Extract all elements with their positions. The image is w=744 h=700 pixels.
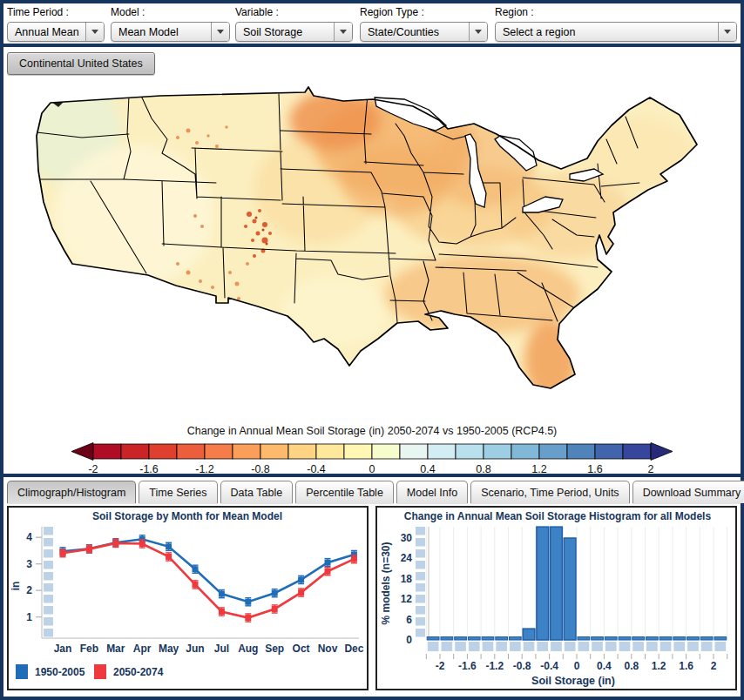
tab-time-series[interactable]: Time Series [139, 481, 217, 503]
x-tick-label: Feb [80, 643, 98, 655]
bin-base [510, 642, 521, 651]
histogram-bar-zero [455, 637, 467, 641]
y-tick-label: 0 [406, 634, 412, 646]
x-tick-label: 1.2 [652, 660, 666, 672]
histogram-bar-zero [700, 637, 713, 641]
tab-percentile-table[interactable]: Percentile Table [295, 481, 394, 503]
dropdown-value: Annual Mean [8, 26, 85, 38]
chevron-down-icon[interactable] [334, 23, 352, 41]
y-tick-label: 2 [26, 584, 32, 596]
x-tick-label: Jun [186, 643, 204, 655]
histogram-bar-zero [482, 637, 494, 641]
axis-band [416, 549, 425, 558]
tab-model-info[interactable]: Model Info [396, 481, 468, 503]
dropdown-value: Mean Model [112, 26, 211, 38]
x-tick-label: -2 [436, 660, 445, 672]
data-marker [193, 566, 199, 572]
histogram-bar-zero [687, 637, 700, 641]
dropdown[interactable]: Mean Model [111, 22, 230, 42]
data-marker [298, 576, 304, 582]
chevron-down-icon[interactable] [85, 23, 104, 41]
histogram-bar [537, 527, 549, 640]
bin-base [469, 642, 480, 651]
x-tick-label: -1.2 [485, 660, 504, 672]
data-marker [325, 569, 331, 575]
x-tick-label: Dec [344, 643, 363, 655]
legend-swatch [94, 664, 106, 679]
data-marker [245, 615, 251, 621]
colorbar-segment [93, 444, 121, 459]
colorbar-tick-label: 0 [369, 463, 375, 475]
climograph-chart: Soil Storage by Month for Mean Model1234… [7, 506, 369, 690]
bin-base [605, 642, 617, 651]
colorbar-segment [567, 444, 595, 459]
colorbar-segment [595, 444, 623, 459]
legend-swatch [16, 664, 28, 679]
tab-data-table[interactable]: Data Table [220, 481, 294, 503]
colorbar-segment [372, 444, 400, 459]
histogram-bar-zero [632, 637, 645, 641]
bin-base [660, 642, 672, 651]
x-tick-label: 0 [574, 660, 580, 672]
map-panel: Continental United States [3, 47, 741, 474]
colorbar-segment [428, 444, 456, 459]
histogram-bar-zero [605, 637, 617, 641]
colorbar-segment [456, 444, 484, 459]
dropdown[interactable]: Select a region [495, 22, 737, 42]
chevron-down-icon[interactable] [469, 23, 487, 41]
dropdown-label: Variable : [235, 6, 353, 18]
colorbar-segment [121, 444, 149, 459]
bin-base [565, 642, 576, 651]
colorbar-tick-label: 0.8 [476, 463, 490, 475]
x-tick-label: Jan [54, 643, 72, 655]
axis-band [44, 583, 53, 592]
x-tick-label: Apr [133, 643, 152, 655]
region-button[interactable]: Continental United States [7, 52, 155, 75]
y-tick-label: 4 [26, 531, 32, 543]
chevron-down-icon[interactable] [718, 23, 736, 41]
toolbar-panel: Time Period : Annual Mean Model : Mean M… [3, 3, 741, 44]
data-marker [325, 560, 331, 566]
axis-band [416, 572, 425, 581]
dropdown[interactable]: Soil Storage [235, 22, 353, 42]
tab-climograph-histogram[interactable]: Climograph/Histogram [7, 481, 136, 503]
toolbar-field-1: Model : Mean Model [111, 6, 230, 42]
bin-base [632, 642, 644, 651]
dropdown-value: State/Counties [361, 26, 469, 38]
axis-band [44, 538, 53, 547]
axis-band [416, 595, 425, 603]
axis-band [44, 629, 53, 637]
dropdown-value: Soil Storage [236, 26, 334, 38]
y-tick-label: 6 [406, 614, 412, 626]
x-tick-label: Jul [214, 643, 229, 655]
data-marker [245, 599, 251, 605]
colorbar-tick-label: -1.2 [195, 463, 214, 475]
chevron-down-icon[interactable] [211, 23, 229, 41]
dropdown[interactable]: Annual Mean [7, 22, 105, 42]
toolbar-field-0: Time Period : Annual Mean [7, 6, 105, 42]
dropdown-label: Region Type : [360, 6, 488, 18]
axis-band [44, 549, 53, 558]
x-tick-label: May [159, 643, 179, 655]
y-axis-label: % models (n=30) [380, 542, 392, 624]
tab-download-summary[interactable]: Download Summary [632, 481, 744, 503]
x-tick-label: 0.4 [597, 660, 612, 672]
axis-band [416, 606, 425, 615]
bin-base [646, 642, 658, 651]
colorbar-segment [400, 444, 428, 459]
axis-band [416, 538, 425, 547]
tab-scenario-time-period-units[interactable]: Scenario, Time Period, Units [470, 481, 629, 503]
histogram-bar-zero [427, 637, 439, 641]
x-tick-label: 0.8 [624, 660, 639, 672]
series-line [63, 539, 354, 602]
colorbar-tick-label: -0.4 [307, 463, 326, 475]
legend-label: 1950-2005 [35, 666, 85, 678]
colorbar-segment [344, 444, 372, 459]
dropdown[interactable]: State/Counties [360, 22, 488, 42]
data-marker [219, 591, 225, 597]
axis-band [44, 595, 53, 603]
y-tick-label: 12 [401, 593, 413, 605]
axis-band [44, 561, 53, 569]
axis-band [416, 561, 425, 569]
colorbar: -2-1.6-1.2-0.8-0.400.40.81.21.62 [71, 441, 673, 479]
